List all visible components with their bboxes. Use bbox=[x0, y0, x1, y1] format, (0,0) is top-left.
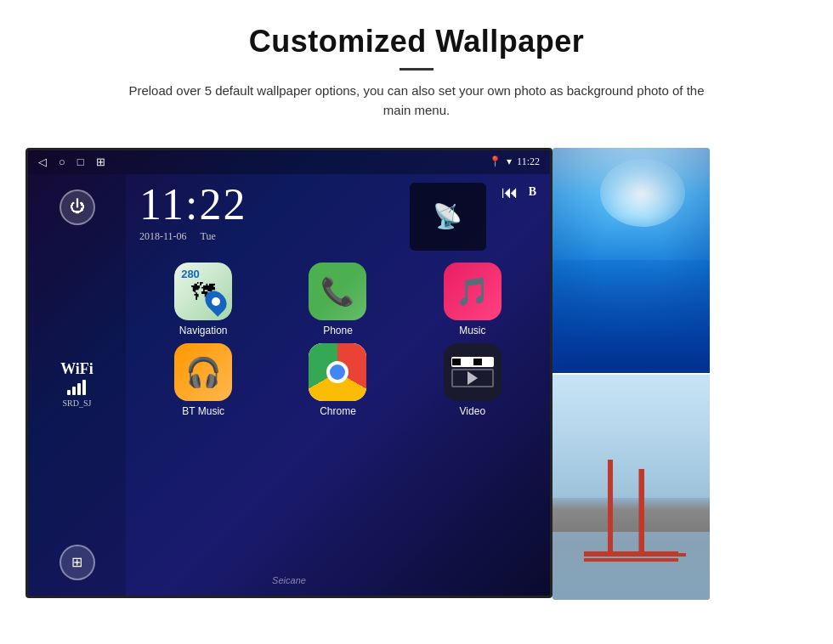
app-item-btmusic[interactable]: 🎧 BT Music bbox=[139, 343, 267, 417]
nav-icons: ◁ ○ □ ⊞ bbox=[38, 155, 105, 169]
title-divider bbox=[400, 68, 434, 71]
video-label: Video bbox=[460, 405, 485, 417]
status-time: 11:22 bbox=[517, 155, 540, 168]
app-area: 11:22 2018-11-06 Tue 📡 ⏮ B bbox=[126, 174, 550, 596]
clock-display: 11:22 bbox=[139, 183, 401, 227]
apps-drawer-button[interactable]: ⊞ bbox=[60, 545, 95, 580]
bluetooth-symbol: 🎧 bbox=[185, 355, 221, 389]
apps-grid-icon: ⊞ bbox=[71, 554, 82, 570]
clock-time-block: 11:22 2018-11-06 Tue bbox=[139, 183, 401, 243]
wifi-ssid: SRD_SJ bbox=[60, 398, 94, 408]
wifi-widget: WiFi SRD_SJ bbox=[60, 361, 94, 408]
location-icon: 📍 bbox=[489, 155, 502, 168]
music-icon: 🎵 bbox=[444, 263, 502, 320]
btmusic-icon: 🎧 bbox=[174, 343, 232, 401]
chrome-icon bbox=[309, 343, 366, 401]
page-title: Customized Wallpaper bbox=[51, 24, 782, 59]
chrome-label: Chrome bbox=[320, 405, 356, 417]
status-right: 📍 ▾ 11:22 bbox=[489, 155, 540, 168]
navigation-icon: 280 bbox=[174, 263, 232, 320]
wifi-bar-1 bbox=[67, 390, 71, 395]
app-item-music[interactable]: 🎵 Music bbox=[409, 263, 536, 336]
media-controls: ⏮ B bbox=[502, 183, 536, 202]
left-sidebar: ⏻ WiFi SRD_SJ ⊞ bbox=[28, 174, 126, 596]
recents-icon[interactable]: □ bbox=[77, 155, 84, 169]
wifi-signal-icon: ▾ bbox=[507, 155, 512, 168]
music-label: Music bbox=[459, 325, 485, 336]
ice-cave-graphic bbox=[552, 148, 710, 373]
carsetting-overlay bbox=[676, 549, 833, 600]
navigation-label: Navigation bbox=[179, 325, 228, 336]
screen-body: ⏻ WiFi SRD_SJ ⊞ bbox=[28, 174, 550, 596]
btmusic-label: BT Music bbox=[182, 405, 224, 417]
page-header: Customized Wallpaper Preload over 5 defa… bbox=[0, 0, 833, 133]
nav-map-graphic: 280 bbox=[174, 263, 232, 320]
app-item-phone[interactable]: 📞 Phone bbox=[274, 263, 401, 336]
wifi-bar-2 bbox=[72, 387, 76, 395]
prev-track-icon[interactable]: ⏮ bbox=[502, 183, 518, 202]
wifi-bar-4 bbox=[82, 380, 86, 395]
app-grid: 280 Navigation 📞 Phone bbox=[133, 257, 543, 424]
app-item-navigation[interactable]: 280 Navigation bbox=[139, 263, 267, 336]
clock-date-value: 2018-11-06 bbox=[139, 230, 187, 243]
screenshot-icon[interactable]: ⊞ bbox=[96, 155, 105, 169]
wifi-label: WiFi bbox=[60, 361, 94, 376]
main-content: ◁ ○ □ ⊞ 📍 ▾ 11:22 ⏻ WiFi bbox=[0, 133, 833, 600]
phone-screen: ◁ ○ □ ⊞ 📍 ▾ 11:22 ⏻ WiFi bbox=[26, 148, 552, 598]
clock-widget: 11:22 2018-11-06 Tue 📡 ⏮ B bbox=[133, 174, 543, 257]
app-item-chrome[interactable]: Chrome bbox=[274, 343, 401, 417]
clock-date: 2018-11-06 Tue bbox=[139, 230, 401, 243]
bluetooth-label: B bbox=[529, 185, 536, 199]
phone-label: Phone bbox=[323, 325, 353, 336]
wallpaper-preview-ice bbox=[552, 148, 710, 373]
wallpaper-previews bbox=[552, 148, 710, 600]
back-icon[interactable]: ◁ bbox=[38, 155, 47, 169]
watermark: Seicane bbox=[272, 575, 306, 585]
status-bar: ◁ ○ □ ⊞ 📍 ▾ 11:22 bbox=[28, 150, 550, 174]
power-button[interactable]: ⏻ bbox=[60, 189, 95, 225]
clock-day-value: Tue bbox=[201, 230, 216, 243]
media-widget[interactable]: 📡 bbox=[410, 183, 486, 251]
home-icon[interactable]: ○ bbox=[59, 155, 65, 169]
wifi-bars bbox=[60, 380, 94, 395]
power-icon: ⏻ bbox=[70, 198, 85, 216]
page-description: Preload over 5 default wallpaper options… bbox=[128, 81, 706, 121]
phone-icon: 📞 bbox=[309, 263, 366, 320]
wifi-bar-3 bbox=[77, 383, 81, 395]
app-item-video[interactable]: Video bbox=[409, 343, 536, 417]
video-icon bbox=[444, 343, 502, 401]
